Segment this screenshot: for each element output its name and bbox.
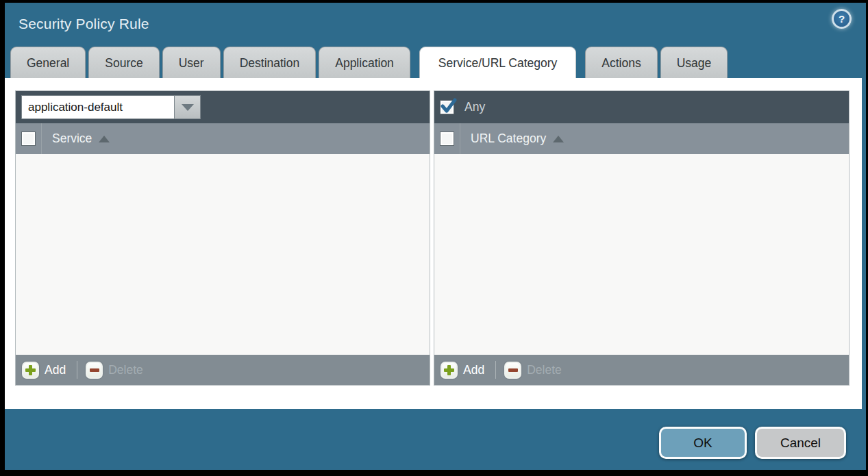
tab-service-url-category[interactable]: Service/URL Category bbox=[419, 47, 576, 78]
sort-ascending-icon bbox=[553, 136, 564, 142]
url-category-panel: Any URL Category bbox=[434, 90, 850, 386]
service-footer: Add Delete bbox=[16, 355, 430, 385]
service-table-header: Service bbox=[16, 123, 430, 154]
url-category-select-all-checkbox[interactable] bbox=[440, 131, 454, 146]
service-select-all-cell bbox=[16, 123, 42, 154]
any-checkbox-label: Any bbox=[464, 100, 485, 114]
url-category-column-label: URL Category bbox=[471, 131, 546, 146]
tab-content-area: application-default bbox=[5, 78, 862, 409]
ok-button[interactable]: OK bbox=[659, 427, 747, 459]
chevron-down-icon bbox=[182, 104, 194, 111]
delete-minus-icon bbox=[504, 362, 521, 379]
service-select-all-checkbox[interactable] bbox=[21, 131, 36, 146]
dialog-surface: Security Policy Rule ? General Source Us… bbox=[5, 3, 866, 470]
add-button-label: Add bbox=[463, 363, 484, 377]
service-panel: application-default bbox=[15, 90, 430, 386]
tab-destination[interactable]: Destination bbox=[223, 47, 317, 78]
tab-application[interactable]: Application bbox=[319, 47, 410, 78]
tab-usage[interactable]: Usage bbox=[660, 47, 728, 78]
service-toolbar: application-default bbox=[16, 91, 430, 123]
service-type-dropdown[interactable]: application-default bbox=[21, 95, 201, 119]
tab-user[interactable]: User bbox=[162, 47, 221, 78]
url-category-table-body[interactable] bbox=[434, 154, 849, 355]
title-bar: Security Policy Rule ? bbox=[5, 3, 866, 47]
any-checkbox[interactable] bbox=[440, 100, 454, 114]
service-column-label: Service bbox=[52, 131, 92, 146]
tab-source[interactable]: Source bbox=[88, 47, 159, 78]
url-category-delete-button[interactable]: Delete bbox=[504, 362, 562, 379]
delete-button-label: Delete bbox=[108, 363, 143, 377]
url-category-toolbar: Any bbox=[434, 91, 849, 123]
sort-ascending-icon bbox=[99, 136, 110, 142]
dialog-title: Security Policy Rule bbox=[18, 3, 149, 47]
footer-separator bbox=[495, 361, 496, 379]
delete-minus-icon bbox=[86, 362, 103, 379]
add-button-label: Add bbox=[45, 363, 66, 377]
delete-button-label: Delete bbox=[527, 363, 562, 377]
tab-general[interactable]: General bbox=[10, 47, 86, 78]
checkmark-icon bbox=[440, 97, 458, 115]
url-category-select-all-cell bbox=[434, 123, 460, 154]
service-add-button[interactable]: Add bbox=[22, 362, 66, 379]
url-category-table-header: URL Category bbox=[434, 123, 849, 154]
url-category-add-button[interactable]: Add bbox=[441, 362, 484, 379]
dialog-window: Security Policy Rule ? General Source Us… bbox=[0, 0, 868, 476]
tab-actions[interactable]: Actions bbox=[585, 47, 657, 78]
add-plus-icon bbox=[22, 362, 39, 379]
url-category-footer: Add Delete bbox=[434, 355, 849, 385]
service-type-dropdown-value[interactable]: application-default bbox=[21, 95, 175, 119]
service-delete-button[interactable]: Delete bbox=[86, 362, 143, 379]
dropdown-arrow-button[interactable] bbox=[175, 95, 201, 119]
tab-bar: General Source User Destination Applicat… bbox=[5, 47, 866, 78]
help-icon[interactable]: ? bbox=[832, 9, 852, 29]
cancel-button[interactable]: Cancel bbox=[755, 427, 846, 459]
footer-separator bbox=[77, 361, 77, 379]
url-category-column-header[interactable]: URL Category bbox=[460, 131, 564, 146]
service-column-header[interactable]: Service bbox=[42, 131, 110, 146]
add-plus-icon bbox=[441, 362, 458, 379]
service-table-body[interactable] bbox=[16, 154, 430, 355]
